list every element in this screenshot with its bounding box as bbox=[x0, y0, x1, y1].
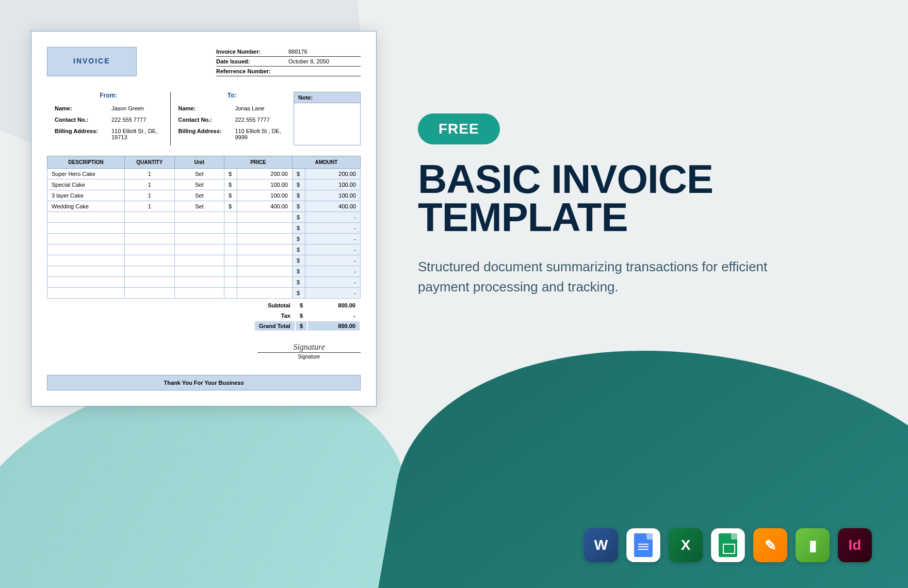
items-table: DESCRIPTION QUANTITY Unit PRICE AMOUNT S… bbox=[47, 156, 361, 299]
cell-unit: Set bbox=[174, 190, 224, 201]
invoice-meta: Invoice Number: 888176 Date Issued: Octo… bbox=[216, 47, 361, 76]
grand-total-currency: $ bbox=[296, 321, 307, 331]
to-name-row: Name: Jonas Lane bbox=[179, 105, 286, 111]
cell-amount-dash: - bbox=[305, 255, 360, 266]
parties-section: From: Name: Jason Green Contact No.: 222… bbox=[47, 92, 361, 145]
table-row-empty: $ - bbox=[47, 223, 361, 234]
subtotal-currency: $ bbox=[296, 301, 307, 310]
free-badge: FREE bbox=[418, 113, 500, 144]
cell-amount-currency: $ bbox=[292, 255, 305, 266]
subtotal-row: Subtotal $ 800.00 bbox=[255, 301, 360, 310]
cell-price-value: 400.00 bbox=[237, 201, 292, 212]
cell-amount-currency: $ bbox=[292, 190, 305, 201]
cell-amount-value: 100.00 bbox=[305, 190, 360, 201]
footer-bar: Thank You For Your Business bbox=[47, 375, 361, 390]
excel-icon[interactable]: X bbox=[669, 528, 703, 562]
from-address-label: Billing Address: bbox=[55, 128, 111, 140]
cell-description: Super Hero Cake bbox=[47, 169, 125, 179]
table-row-empty: $ - bbox=[47, 288, 361, 299]
from-address-value: 110 Elliott St , DE, 19713 bbox=[111, 128, 163, 140]
cell-amount-currency: $ bbox=[292, 201, 305, 212]
google-sheets-icon[interactable] bbox=[711, 528, 745, 562]
table-row-empty: $ - bbox=[47, 212, 361, 223]
signature-box: Signature Signature bbox=[257, 352, 361, 360]
cell-amount-dash: - bbox=[305, 234, 360, 244]
table-row-empty: $ - bbox=[47, 266, 361, 277]
google-docs-icon[interactable] bbox=[626, 528, 660, 562]
signature-area: Signature Signature bbox=[47, 352, 361, 360]
promo-description: Structured document summarizing transact… bbox=[418, 257, 779, 297]
cell-amount-currency: $ bbox=[292, 288, 305, 299]
from-name-value: Jason Green bbox=[111, 105, 163, 111]
table-row-empty: $ - bbox=[47, 255, 361, 266]
subtotal-label: Subtotal bbox=[255, 301, 295, 310]
numbers-icon[interactable]: ▮ bbox=[796, 528, 830, 562]
from-contact-value: 222 555 7777 bbox=[111, 117, 163, 123]
cell-amount-value: 100.00 bbox=[305, 179, 360, 190]
indesign-icon[interactable]: Id bbox=[838, 528, 872, 562]
tax-label: Tax bbox=[255, 311, 295, 320]
reference-number-row: Referrence Number: bbox=[216, 67, 361, 76]
table-row: 3 layer Cake 1 Set $ 100.00 $ 100.00 bbox=[47, 190, 361, 201]
from-contact-row: Contact No.: 222 555 7777 bbox=[55, 117, 163, 123]
totals-table: Subtotal $ 800.00 Tax $ - Grand Total $ … bbox=[254, 300, 361, 332]
to-contact-row: Contact No.: 222 555 7777 bbox=[179, 117, 286, 123]
grand-total-row: Grand Total $ 800.00 bbox=[255, 321, 360, 331]
col-quantity: QUANTITY bbox=[125, 156, 174, 169]
table-row: Wedding Cake 1 Set $ 400.00 $ 400.00 bbox=[47, 201, 361, 212]
app-icons-row: W X ✎ ▮ Id bbox=[584, 528, 872, 562]
cell-amount-value: 200.00 bbox=[305, 169, 360, 179]
from-header: From: bbox=[55, 92, 163, 99]
word-icon[interactable]: W bbox=[584, 528, 618, 562]
reference-number-value bbox=[288, 68, 361, 74]
date-issued-label: Date Issued: bbox=[216, 58, 288, 64]
invoice-title-badge: INVOICE bbox=[47, 47, 137, 76]
cell-amount-currency: $ bbox=[292, 179, 305, 190]
cell-price-value: 100.00 bbox=[237, 190, 292, 201]
cell-amount-dash: - bbox=[305, 244, 360, 255]
cell-amount-dash: - bbox=[305, 277, 360, 288]
cell-unit: Set bbox=[174, 201, 224, 212]
to-address-label: Billing Address: bbox=[179, 128, 235, 140]
from-name-row: Name: Jason Green bbox=[55, 105, 163, 111]
cell-price-currency: $ bbox=[224, 190, 237, 201]
reference-number-label: Referrence Number: bbox=[216, 68, 288, 74]
col-amount: AMOUNT bbox=[292, 156, 360, 169]
cell-amount-currency: $ bbox=[292, 234, 305, 244]
grand-total-value: 800.00 bbox=[308, 321, 360, 331]
cell-quantity: 1 bbox=[125, 190, 174, 201]
cell-amount-currency: $ bbox=[292, 266, 305, 277]
table-row-empty: $ - bbox=[47, 234, 361, 244]
tax-value: - bbox=[308, 311, 360, 320]
to-block: To: Name: Jonas Lane Contact No.: 222 55… bbox=[171, 92, 294, 145]
cell-amount-currency: $ bbox=[292, 212, 305, 223]
from-contact-label: Contact No.: bbox=[55, 117, 111, 123]
cell-price-value: 100.00 bbox=[237, 179, 292, 190]
table-row-empty: $ - bbox=[47, 244, 361, 255]
cell-description: Special Cake bbox=[47, 179, 125, 190]
col-unit: Unit bbox=[174, 156, 224, 169]
cell-amount-currency: $ bbox=[292, 277, 305, 288]
cell-price-currency: $ bbox=[224, 169, 237, 179]
signature-label: Signature bbox=[298, 354, 320, 360]
grand-total-label: Grand Total bbox=[255, 321, 295, 331]
cell-amount-dash: - bbox=[305, 266, 360, 277]
cell-quantity: 1 bbox=[125, 201, 174, 212]
invoice-header: INVOICE Invoice Number: 888176 Date Issu… bbox=[47, 47, 361, 76]
cell-amount-dash: - bbox=[305, 223, 360, 234]
cell-price-value: 200.00 bbox=[237, 169, 292, 179]
table-row: Special Cake 1 Set $ 100.00 $ 100.00 bbox=[47, 179, 361, 190]
to-name-value: Jonas Lane bbox=[235, 105, 286, 111]
cell-quantity: 1 bbox=[125, 169, 174, 179]
cell-price-currency: $ bbox=[224, 179, 237, 190]
cell-amount-value: 400.00 bbox=[305, 201, 360, 212]
col-description: DESCRIPTION bbox=[47, 156, 125, 169]
col-price: PRICE bbox=[224, 156, 293, 169]
cell-price-currency: $ bbox=[224, 201, 237, 212]
table-header-row: DESCRIPTION QUANTITY Unit PRICE AMOUNT bbox=[47, 156, 361, 169]
to-contact-value: 222 555 7777 bbox=[235, 117, 286, 123]
note-header: Note: bbox=[294, 92, 360, 103]
to-contact-label: Contact No.: bbox=[179, 117, 235, 123]
invoice-document: INVOICE Invoice Number: 888176 Date Issu… bbox=[31, 31, 377, 406]
pages-icon[interactable]: ✎ bbox=[753, 528, 787, 562]
